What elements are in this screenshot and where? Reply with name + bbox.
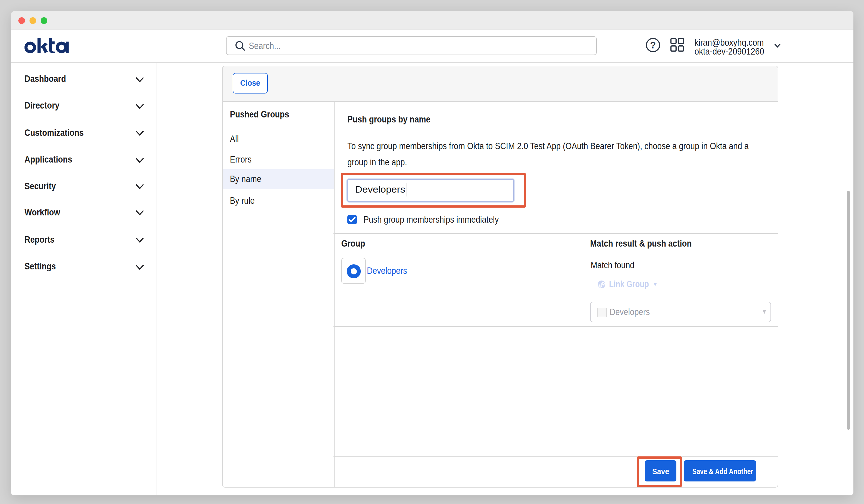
svg-text:?: ? [650, 39, 656, 50]
